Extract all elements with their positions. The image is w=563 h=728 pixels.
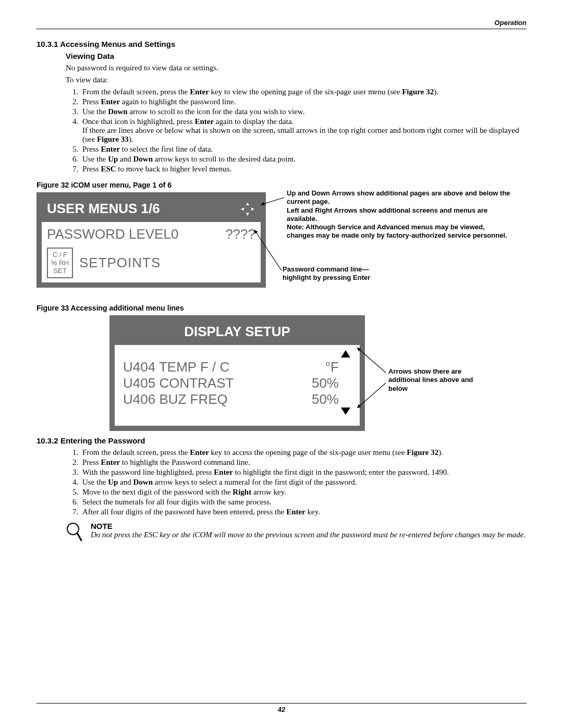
- nav-arrows-icon: ▲ ◄► ▼: [240, 201, 255, 217]
- list-item: Move to the next digit of the password w…: [80, 488, 527, 497]
- note-title: NOTE: [91, 522, 525, 530]
- list-item: Use the Up and Down arrow keys to scroll…: [80, 155, 527, 164]
- page-footer: 42: [36, 703, 527, 713]
- lcd-title: DISPLAY SETUP: [184, 324, 290, 340]
- lcd-screen-display-setup: DISPLAY SETUP U404 TEMP F / C°F U405 CON…: [109, 315, 365, 431]
- triangle-down-icon: [341, 408, 350, 415]
- section-number: 10.3.1: [36, 40, 58, 48]
- password-value: ????: [225, 226, 255, 242]
- svg-line-5: [77, 533, 81, 540]
- lcd-title: USER MENUS 1/6: [47, 201, 160, 217]
- list-item: Press ESC to move back to higher level m…: [80, 165, 527, 174]
- display-row-value: 50%: [312, 391, 339, 408]
- display-row-value: °F: [325, 359, 339, 375]
- paragraph: No password is required to view data or …: [66, 64, 527, 72]
- display-row-label: U405 CONTRAST: [123, 375, 234, 391]
- section-title: Accessing Menus and Settings: [60, 40, 175, 48]
- list-item: Press Enter to select the first line of …: [80, 145, 527, 154]
- display-row-value: 50%: [312, 375, 339, 391]
- display-row-label: U404 TEMP F / C: [123, 359, 229, 375]
- subheading-viewing-data: Viewing Data: [66, 52, 527, 60]
- list-item: Use the Down arrow to scroll to the icon…: [80, 107, 527, 116]
- annotation-scroll-arrows: Arrows show there are additional lines a…: [388, 367, 493, 393]
- list-item: Press Enter again to highlight the passw…: [80, 97, 527, 106]
- note-text: Do not press the ESC key or the iCOM wil…: [91, 530, 525, 539]
- list-item: From the default screen, press the Enter…: [80, 448, 527, 457]
- list-item: Select the numerals for all four digits …: [80, 498, 527, 507]
- list-item: From the default screen, press the Enter…: [80, 88, 527, 96]
- paragraph: To view data:: [66, 76, 527, 84]
- figure-33-caption: Figure 33 Accessing additional menu line…: [36, 304, 527, 312]
- list-item: After all four digits of the password ha…: [80, 508, 527, 516]
- section-title: Entering the Password: [60, 436, 145, 445]
- setpoints-icon-box: C / F % RH SET: [47, 248, 73, 278]
- list-item: Press Enter to highlight the Password co…: [80, 458, 527, 467]
- display-row-label: U406 BUZ FREQ: [123, 391, 228, 408]
- steps-list-2: From the default screen, press the Enter…: [66, 448, 527, 516]
- section-heading-2: 10.3.2 Entering the Password: [36, 436, 527, 445]
- annotation-password-line: Password command line—highlight by press…: [283, 265, 397, 282]
- list-item: Use the Up and Down arrow keys to select…: [80, 478, 527, 487]
- section-heading-1: 10.3.1 Accessing Menus and Settings: [36, 40, 527, 48]
- list-item: Once that icon is highlighted, press Ent…: [80, 117, 527, 144]
- setpoints-label: SETPOINTS: [79, 255, 161, 271]
- figure-32-caption: Figure 32 iCOM user menu, Page 1 of 6: [36, 181, 527, 189]
- magnifier-icon: [66, 522, 83, 545]
- steps-list-1: From the default screen, press the Enter…: [66, 88, 527, 174]
- annotation-nav-arrows: Up and Down Arrows show additional pages…: [287, 189, 511, 240]
- note-block: NOTE Do not press the ESC key or the iCO…: [66, 522, 527, 545]
- triangle-up-icon: [341, 350, 350, 357]
- password-label: PASSWORD LEVEL0: [47, 226, 178, 242]
- section-number: 10.3.2: [36, 436, 58, 445]
- list-item: With the password line highlighted, pres…: [80, 468, 527, 477]
- page-header: Operation: [36, 19, 527, 29]
- lcd-screen-user-menus: USER MENUS 1/6 ▲ ◄► ▼ PASSWORD LEVEL0 ??…: [36, 192, 266, 288]
